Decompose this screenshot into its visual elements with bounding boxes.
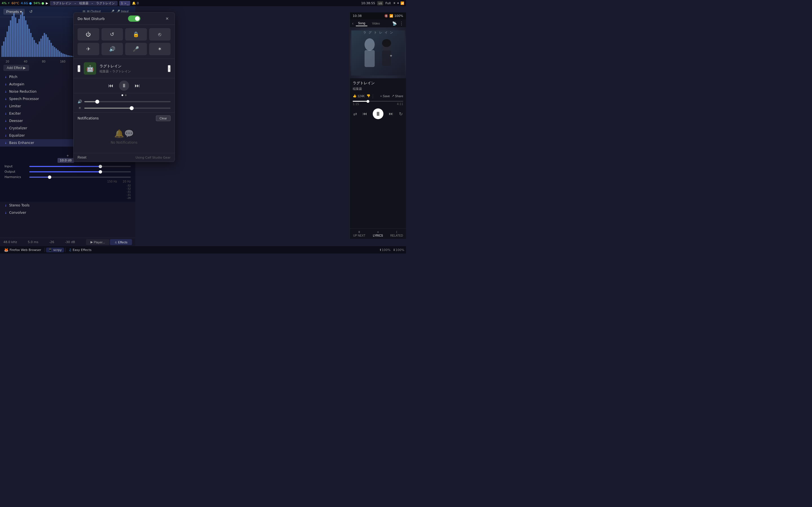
output-slider-thumb[interactable]: [99, 170, 102, 173]
harmonics-slider-fill: [29, 177, 50, 178]
power-button[interactable]: ⏻: [78, 28, 99, 41]
play-pause-button[interactable]: ⏸: [119, 80, 129, 91]
mute-icon: 🔇: [384, 14, 388, 18]
volume-thumb[interactable]: [95, 100, 99, 104]
taskbar-scrpy[interactable]: 📱 scrpy: [46, 247, 64, 252]
progress-thumb[interactable]: [366, 100, 369, 103]
add-effect-button[interactable]: Add Effect ▶: [3, 65, 29, 71]
mic-button[interactable]: 🎤: [125, 43, 147, 55]
prev-track-button[interactable]: ‹: [78, 65, 80, 72]
volume-icon: 🔊: [78, 100, 82, 104]
lyrics-icon: ○: [377, 230, 378, 233]
output-slider-track[interactable]: [29, 171, 131, 172]
volume-track[interactable]: [84, 101, 170, 102]
harmonics-slider-track[interactable]: [29, 177, 131, 178]
topbar-window-title: ラグトレイン – 稲葉曇 – ラグトレイン: [50, 1, 117, 6]
svg-point-5: [382, 39, 391, 47]
up-next-tab[interactable]: ⏸ UP NEXT: [350, 229, 368, 239]
up-next-icon: ⏸: [358, 230, 361, 233]
airplane-button[interactable]: ✈: [78, 43, 99, 55]
dislike-button[interactable]: 👎: [366, 94, 370, 98]
prev-icon: ⏮: [363, 111, 367, 116]
like-button[interactable]: 👍 124K: [353, 94, 365, 98]
save-button[interactable]: + Save: [380, 94, 390, 98]
repeat-button[interactable]: ↻: [399, 111, 403, 117]
spec-bar: [71, 56, 72, 57]
refresh-button[interactable]: ↺: [101, 28, 123, 41]
crystalizer-label: Crystalizer: [9, 126, 27, 130]
dnd-footer: Reset Using Calf Studio Gear: [73, 153, 174, 162]
db-26: -26: [126, 196, 131, 200]
prev-button[interactable]: ⏮: [363, 111, 367, 116]
lock-button[interactable]: 🔒: [125, 28, 147, 41]
effects-label: Effects: [118, 240, 128, 244]
rewind-button[interactable]: ⏮: [108, 83, 113, 89]
clear-button[interactable]: Clear: [156, 115, 170, 121]
next-button[interactable]: ⏭: [389, 111, 393, 116]
cast-button[interactable]: 📡: [392, 21, 397, 25]
harmonics-slider-thumb[interactable]: [48, 175, 51, 179]
spec-bar: [22, 12, 23, 57]
equalizer-label: Equalizer: [9, 133, 24, 137]
wifi-icon: 📶: [389, 14, 393, 18]
spec-bar: [61, 53, 62, 57]
shuffle-button[interactable]: ⇄: [353, 111, 357, 117]
limiter-label: Limiter: [9, 104, 21, 108]
refresh-button[interactable]: ↺: [28, 9, 35, 14]
related-tab[interactable]: ⟨ RELATED: [388, 229, 406, 239]
brightness-thumb[interactable]: [130, 106, 134, 110]
fast-forward-button[interactable]: ⏭: [135, 83, 140, 89]
spec-bar: [49, 40, 50, 57]
dot-1: [121, 94, 123, 96]
effect-item-convolver[interactable]: ↓ Convolver: [0, 209, 135, 216]
song-artist: 稲葉曇: [350, 87, 406, 92]
video-tab[interactable]: Video: [370, 21, 382, 26]
bluetooth-icon: ✶: [158, 46, 162, 52]
lyrics-label: LYRICS: [373, 234, 383, 237]
reset-button[interactable]: Reset: [78, 156, 86, 159]
music-controls: ⏮ ⏸ ⏭: [73, 78, 174, 93]
brightness-track[interactable]: [84, 108, 170, 109]
logout-button[interactable]: ⎋: [149, 28, 171, 41]
back-icon: ‹: [352, 21, 354, 25]
firefox-label: Firefox Web Browser: [10, 248, 41, 252]
progress-times: 1:15 4:11: [353, 103, 403, 106]
next-track-button[interactable]: ›: [168, 65, 170, 72]
share-button[interactable]: ↗ Share: [392, 94, 403, 98]
more-button[interactable]: ⋮: [399, 21, 404, 26]
easy-effects-label: Easy Effects: [73, 248, 92, 252]
dnd-close-button[interactable]: ✕: [164, 16, 170, 21]
taskbar-easy-effects[interactable]: ♫ Easy Effects: [66, 247, 94, 252]
spec-bar: [44, 33, 45, 57]
player-tab[interactable]: ▶ Player...: [86, 239, 110, 245]
sound-button[interactable]: 🔊: [101, 43, 123, 55]
effects-tab[interactable]: ♫ Effects: [110, 239, 132, 245]
taskbar: 🦊 Firefox Web Browser 📱 scrpy ♫ Easy Eff…: [0, 246, 406, 253]
song-tab[interactable]: Song: [356, 20, 368, 26]
topbar-title-text: ラグトレイン – 稲葉曇 – ラグトレイン: [53, 1, 115, 5]
bluetooth-button[interactable]: ✶: [149, 43, 171, 55]
scrpy-icon: 📱: [48, 248, 52, 252]
presets-button[interactable]: Presets ▾: [3, 9, 25, 15]
topbar-play-icon: ▶: [46, 1, 48, 5]
spec-bar: [57, 50, 59, 57]
taskbar-firefox[interactable]: 🦊 Firefox Web Browser: [2, 247, 43, 252]
media-sliders: 🔊 ☀: [73, 97, 174, 113]
speech-processor-arrow-icon: ↓: [4, 98, 7, 101]
dnd-toggle[interactable]: [128, 15, 140, 22]
back-button[interactable]: ‹: [352, 21, 354, 25]
input-slider-track[interactable]: [29, 166, 131, 167]
no-notifications: 🔔💬 No Notifications: [78, 123, 170, 150]
input-slider-thumb[interactable]: [99, 165, 102, 168]
play-button[interactable]: ⏸: [373, 108, 384, 119]
lyrics-tab[interactable]: ○ LYRICS: [368, 229, 387, 239]
exciter-label: Exciter: [9, 112, 20, 115]
effect-item-stereo-tools[interactable]: ↓ Stereo Tools: [0, 202, 135, 209]
progress-bar[interactable]: [353, 101, 403, 102]
easy-effects-icon: ♫: [69, 248, 71, 252]
limiter-arrow-icon: ↓: [4, 105, 7, 108]
input-control-row: Input: [4, 165, 131, 168]
scrpy-label: scrpy: [53, 248, 62, 252]
album-artwork-svg: ✦: [351, 31, 405, 75]
spec-bar: [56, 48, 57, 57]
